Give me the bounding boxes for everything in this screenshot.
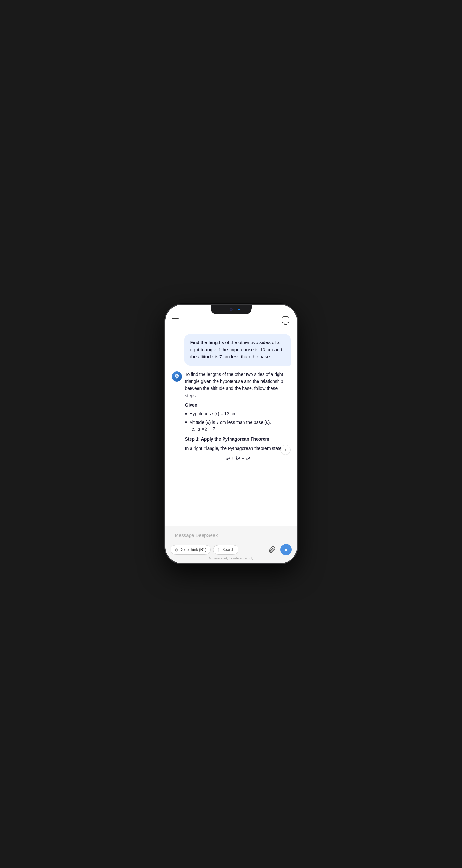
phone-screen: Find the lengths of the other two sides … [165,305,297,563]
hamburger-icon [172,318,179,319]
chat-content: Find the lengths of the other two sides … [165,329,297,526]
ai-avatar [172,371,182,381]
search-button[interactable]: ⊕ Search [213,545,238,555]
given-list: Hypotenuse (c) = 13 cm Altitude (a) is 7… [185,410,291,432]
hamburger-icon [172,323,179,323]
input-area: Message DeepSeek ⊗ DeepThink (R1) ⊕ Sear… [165,526,297,563]
collapse-button[interactable]: ∨ [280,445,291,455]
message-input-container[interactable]: Message DeepSeek [170,529,292,541]
send-icon [284,547,289,552]
deepthink-icon: ⊗ [175,548,178,552]
menu-button[interactable] [172,316,182,326]
step1-content: In a right triangle, the Pythagorean the… [185,445,291,452]
message-placeholder: Message DeepSeek [175,532,218,538]
math-formula-display: a² + b² = c² [185,454,291,463]
deepseek-logo-icon [174,373,180,380]
deepthink-label: DeepThink (R1) [180,548,207,552]
ai-text-content: To find the lengths of the other two sid… [185,371,291,465]
indicator-dot [238,309,240,310]
send-button[interactable] [280,544,292,555]
bullet-dot-2 [185,421,187,423]
step1-intro-text: In a right triangle, the Pythagorean the… [185,445,291,452]
notch [210,305,252,314]
bullet-dot-1 [185,413,187,414]
paperclip-icon [269,546,275,553]
search-icon: ⊕ [217,548,221,552]
given-item-1: Hypotenuse (c) = 13 cm [185,410,291,417]
toolbar: ⊗ DeepThink (R1) ⊕ Search [170,544,292,555]
given-section: Given: Hypotenuse (c) = 13 cm [185,402,291,432]
svg-point-0 [176,375,177,376]
search-label: Search [222,548,234,552]
math-b: b [266,420,268,425]
ai-response-container: To find the lengths of the other two sid… [172,371,291,465]
camera [230,308,233,311]
given-item-2: Altitude (a) is 7 cm less than the base … [185,419,291,432]
attach-button[interactable] [266,544,278,555]
given-item-1-text: Hypotenuse (c) = 13 cm [190,410,237,417]
new-chat-button[interactable] [282,316,291,326]
disclaimer-text: AI-generated, for reference only [170,557,292,561]
pythagorean-formula: a² + b² = c² [226,456,250,461]
hamburger-icon [172,320,179,321]
step1-title: Step 1: Apply the Pythagorean Theorem [185,436,291,442]
ai-intro-text: To find the lengths of the other two sid… [185,371,291,399]
math-a: a [207,420,209,425]
given-title: Given: [185,402,291,409]
deepthink-button[interactable]: ⊗ DeepThink (R1) [170,545,211,555]
user-message-bubble: Find the lengths of the other two sides … [185,334,291,366]
phone-frame: Find the lengths of the other two sides … [164,304,298,564]
chat-bubble-icon [282,316,289,323]
math-c: c [216,411,218,416]
given-item-2-text: Altitude (a) is 7 cm less than the base … [190,419,271,432]
math-equation: a = b − 7 [198,427,215,431]
user-message-text: Find the lengths of the other two sides … [190,340,282,359]
